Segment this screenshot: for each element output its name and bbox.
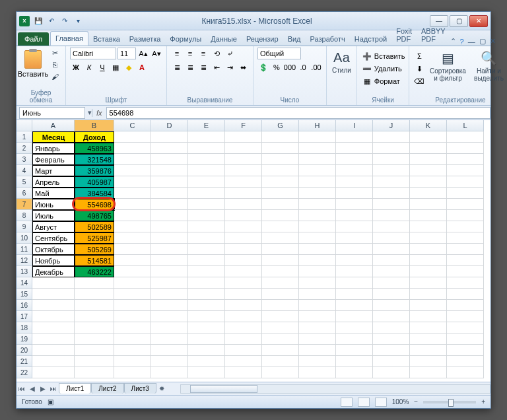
workbook-min-icon[interactable]: — [468,38,475,46]
cell-empty[interactable] [188,367,225,378]
cell-empty[interactable] [299,232,336,244]
cell-empty[interactable] [188,165,225,176]
cell-empty[interactable] [410,277,447,289]
cell-empty[interactable] [299,289,336,300]
cell-empty[interactable] [151,345,188,356]
row-header-3[interactable]: 3 [17,154,32,165]
cell-empty[interactable] [299,255,336,266]
col-header-E[interactable]: E [188,120,225,131]
row-header-8[interactable]: 8 [17,210,32,221]
cell-empty[interactable] [151,199,188,210]
cell-empty[interactable] [188,199,225,210]
col-header-D[interactable]: D [151,120,188,131]
cell-empty[interactable] [373,322,410,333]
cell-empty[interactable] [114,232,151,244]
cell-empty[interactable] [262,244,299,255]
cell-empty[interactable] [75,311,114,322]
align-top-button[interactable]: ≡ [171,48,183,59]
help-icon[interactable]: ? [460,38,464,46]
cell-empty[interactable] [225,322,262,333]
cell-empty[interactable] [447,345,484,356]
cell-empty[interactable] [336,289,373,300]
cell-empty[interactable] [447,154,484,165]
row-header-12[interactable]: 12 [17,255,32,266]
cell-empty[interactable] [225,221,262,232]
cell-empty[interactable] [151,322,188,333]
cell-empty[interactable] [32,322,75,333]
cell-empty[interactable] [299,333,336,345]
cell-empty[interactable] [336,300,373,311]
font-color-button[interactable]: A [136,61,148,73]
new-sheet-button[interactable]: ✸ [156,385,167,392]
number-format-select[interactable]: Общий [257,48,301,59]
font-name-select[interactable]: Calibri [70,48,116,59]
cell-empty[interactable] [188,244,225,255]
select-all-corner[interactable] [17,120,32,131]
ribbon-tab-9[interactable]: Foxit PDF [391,24,417,46]
cell-empty[interactable] [336,188,373,199]
cell-empty[interactable] [336,345,373,356]
find-select-button[interactable]: 🔍 Найти и выделить [470,48,507,82]
cell-B6[interactable]: 384584 [75,188,114,199]
cell-empty[interactable] [447,367,484,378]
view-layout-button[interactable] [358,398,370,407]
cell-empty[interactable] [75,356,114,367]
cell-empty[interactable] [373,165,410,176]
ribbon-tab-6[interactable]: Вид [283,32,306,46]
cell-empty[interactable] [447,266,484,277]
cell-empty[interactable] [373,277,410,289]
cell-empty[interactable] [188,221,225,232]
cell-empty[interactable] [114,244,151,255]
cell-empty[interactable] [114,345,151,356]
cell-empty[interactable] [410,131,447,143]
cell-empty[interactable] [373,199,410,210]
align-middle-button[interactable]: ≡ [184,48,196,59]
cell-empty[interactable] [225,277,262,289]
cell-empty[interactable] [188,154,225,165]
col-header-K[interactable]: K [410,120,447,131]
cell-empty[interactable] [262,188,299,199]
cell-empty[interactable] [75,322,114,333]
cell-empty[interactable] [447,210,484,221]
cell-empty[interactable] [299,188,336,199]
col-header-B[interactable]: B [75,120,114,131]
zoom-level[interactable]: 100% [392,398,409,405]
cell-empty[interactable] [114,154,151,165]
cell-empty[interactable] [410,210,447,221]
row-header-4[interactable]: 4 [17,165,32,176]
cell-empty[interactable] [299,311,336,322]
cell-empty[interactable] [373,300,410,311]
cell-empty[interactable] [114,221,151,232]
cell-A13[interactable]: Декабрь [32,266,75,277]
cell-empty[interactable] [373,289,410,300]
cell-empty[interactable] [373,131,410,143]
autosum-button[interactable]: Σ [413,50,425,62]
cell-B8[interactable]: 498765 [75,210,114,221]
cell-empty[interactable] [299,244,336,255]
row-header-16[interactable]: 16 [17,300,32,311]
cell-empty[interactable] [447,322,484,333]
cell-empty[interactable] [299,154,336,165]
row-header-17[interactable]: 17 [17,311,32,322]
view-normal-button[interactable] [341,398,353,407]
cell-empty[interactable] [447,176,484,188]
cell-empty[interactable] [262,345,299,356]
cell-empty[interactable] [336,266,373,277]
sheet-nav-prev[interactable]: ◀ [27,385,38,392]
cell-empty[interactable] [151,188,188,199]
sheet-nav-next[interactable]: ▶ [38,385,48,392]
row-header-21[interactable]: 21 [17,356,32,367]
name-box[interactable]: Июнь [19,107,85,119]
cell-empty[interactable] [447,289,484,300]
cell-empty[interactable] [262,311,299,322]
cell-empty[interactable] [188,255,225,266]
cell-empty[interactable] [262,333,299,345]
cell-empty[interactable] [410,244,447,255]
fx-icon[interactable]: fx [92,109,106,117]
cell-empty[interactable] [75,333,114,345]
cell-empty[interactable] [373,176,410,188]
cell-empty[interactable] [299,322,336,333]
cell-empty[interactable] [410,322,447,333]
merge-button[interactable]: ⬌ [237,61,249,73]
cell-empty[interactable] [336,143,373,154]
